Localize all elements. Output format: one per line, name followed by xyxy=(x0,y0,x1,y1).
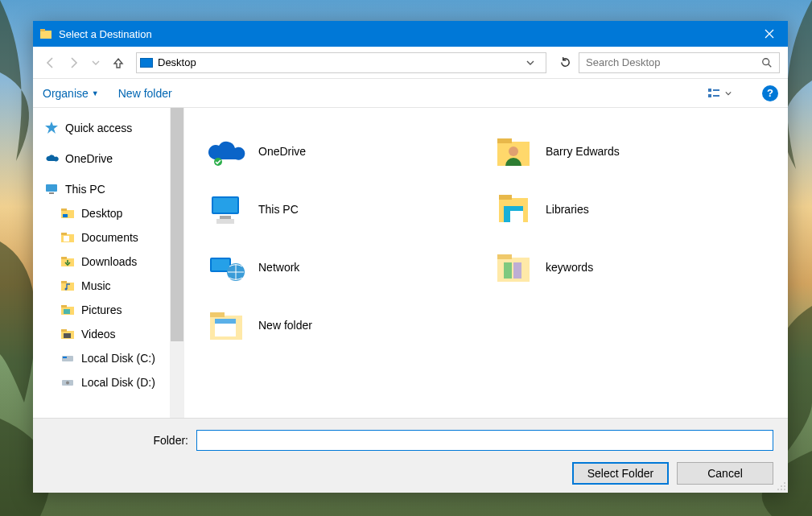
tree-this-pc[interactable]: This PC xyxy=(38,177,170,201)
tree-local-disk-d[interactable]: Local Disk (D:) xyxy=(38,370,170,394)
svg-rect-25 xyxy=(61,329,67,332)
folder-input[interactable] xyxy=(196,430,773,451)
refresh-button[interactable] xyxy=(554,52,575,73)
svg-line-3 xyxy=(769,64,772,67)
svg-rect-49 xyxy=(504,262,512,279)
tree-quick-access[interactable]: Quick access xyxy=(38,116,170,140)
folder-icon xyxy=(60,303,75,317)
address-bar[interactable]: Desktop xyxy=(136,52,546,73)
new-folder-button[interactable]: New folder xyxy=(118,87,172,100)
tree-local-disk-c[interactable]: Local Disk (C:) xyxy=(38,346,170,370)
recent-dropdown[interactable] xyxy=(86,53,105,72)
forward-button[interactable] xyxy=(64,53,83,72)
search-box[interactable] xyxy=(579,52,780,73)
tree-music[interactable]: Music xyxy=(38,274,170,298)
window-title: Select a Destination xyxy=(59,28,751,40)
svg-rect-48 xyxy=(497,254,512,259)
svg-rect-9 xyxy=(49,192,54,194)
folder-icon xyxy=(205,304,247,346)
svg-rect-40 xyxy=(499,195,512,200)
folder-icon xyxy=(60,279,75,293)
help-button[interactable]: ? xyxy=(762,85,778,101)
item-onedrive[interactable]: OneDrive xyxy=(205,122,493,180)
search-icon xyxy=(761,57,773,68)
scrollbar-thumb[interactable] xyxy=(171,108,183,341)
select-folder-button[interactable]: Select Folder xyxy=(572,462,669,485)
folder-icon xyxy=(60,254,75,269)
svg-rect-19 xyxy=(61,281,67,283)
svg-rect-14 xyxy=(61,233,67,235)
toolbar: Organise▼ New folder ? xyxy=(33,79,788,108)
svg-rect-38 xyxy=(216,219,234,224)
caret-down-icon: ▼ xyxy=(92,89,99,97)
search-input[interactable] xyxy=(586,56,761,68)
view-options-button[interactable] xyxy=(707,87,732,100)
folder-label: Folder: xyxy=(47,434,196,447)
drive-icon xyxy=(60,351,75,365)
computer-icon xyxy=(44,182,59,196)
caret-down-icon xyxy=(725,90,732,97)
item-network[interactable]: Network xyxy=(205,238,493,296)
tree-scrollbar[interactable] xyxy=(170,108,184,418)
up-button[interactable] xyxy=(109,53,128,72)
folder-icon xyxy=(60,206,75,221)
chevron-down-icon[interactable] xyxy=(526,59,542,67)
svg-point-34 xyxy=(509,147,518,156)
svg-point-57 xyxy=(784,485,785,487)
item-user-barry[interactable]: Barry Edwards xyxy=(493,122,780,180)
tree-documents[interactable]: Documents xyxy=(38,225,170,250)
cloud-icon xyxy=(205,130,247,172)
svg-rect-54 xyxy=(215,319,236,324)
select-destination-dialog: Select a Destination Desktop Organise▼ N… xyxy=(33,21,788,493)
svg-point-58 xyxy=(777,489,779,490)
svg-rect-26 xyxy=(64,333,71,338)
close-button[interactable] xyxy=(751,21,788,47)
svg-rect-0 xyxy=(40,31,52,39)
svg-rect-33 xyxy=(497,138,512,143)
svg-rect-12 xyxy=(63,214,68,217)
svg-rect-11 xyxy=(61,208,67,211)
svg-rect-52 xyxy=(210,312,225,317)
organise-menu[interactable]: Organise▼ xyxy=(43,87,99,100)
star-icon xyxy=(44,121,59,135)
item-this-pc[interactable]: This PC xyxy=(205,180,493,238)
svg-point-60 xyxy=(784,489,785,490)
tree-desktop[interactable]: Desktop xyxy=(38,201,170,225)
navigation-tree: Quick access OneDrive This PC Desktop xyxy=(33,108,170,418)
folder-contents: OneDrive Barry Edwards This PC Libraries… xyxy=(184,108,788,418)
tree-downloads[interactable]: Downloads xyxy=(38,250,170,274)
svg-rect-45 xyxy=(212,259,229,270)
cancel-button[interactable]: Cancel xyxy=(677,462,773,485)
folder-icon xyxy=(60,230,75,245)
item-libraries[interactable]: Libraries xyxy=(493,180,780,238)
svg-rect-43 xyxy=(504,206,510,222)
folder-app-icon xyxy=(39,27,52,40)
item-new-folder[interactable]: New folder xyxy=(205,296,493,354)
svg-rect-5 xyxy=(708,94,711,97)
dialog-body: Quick access OneDrive This PC Desktop xyxy=(33,108,788,418)
resize-grip[interactable] xyxy=(777,481,786,491)
computer-icon xyxy=(205,188,247,230)
cloud-icon xyxy=(44,151,59,166)
svg-rect-23 xyxy=(64,309,70,314)
svg-point-2 xyxy=(763,58,769,64)
svg-rect-4 xyxy=(708,89,711,92)
svg-rect-22 xyxy=(61,305,67,308)
drive-icon xyxy=(60,375,75,390)
svg-rect-37 xyxy=(220,216,231,219)
tree-onedrive[interactable]: OneDrive xyxy=(38,147,170,171)
title-bar: Select a Destination xyxy=(33,21,788,47)
folder-icon xyxy=(493,246,534,288)
svg-point-55 xyxy=(784,482,785,484)
item-keywords[interactable]: keywords xyxy=(493,238,780,296)
navigation-row: Desktop xyxy=(33,47,788,79)
desktop-icon xyxy=(140,58,153,68)
tree-videos[interactable]: Videos xyxy=(38,322,170,346)
svg-rect-15 xyxy=(64,236,69,241)
back-button[interactable] xyxy=(41,53,60,72)
tree-pictures[interactable]: Pictures xyxy=(38,298,170,322)
svg-rect-8 xyxy=(46,184,57,192)
dialog-footer: Folder: Select Folder Cancel xyxy=(33,418,788,493)
svg-point-59 xyxy=(781,489,782,490)
svg-rect-36 xyxy=(213,198,237,213)
